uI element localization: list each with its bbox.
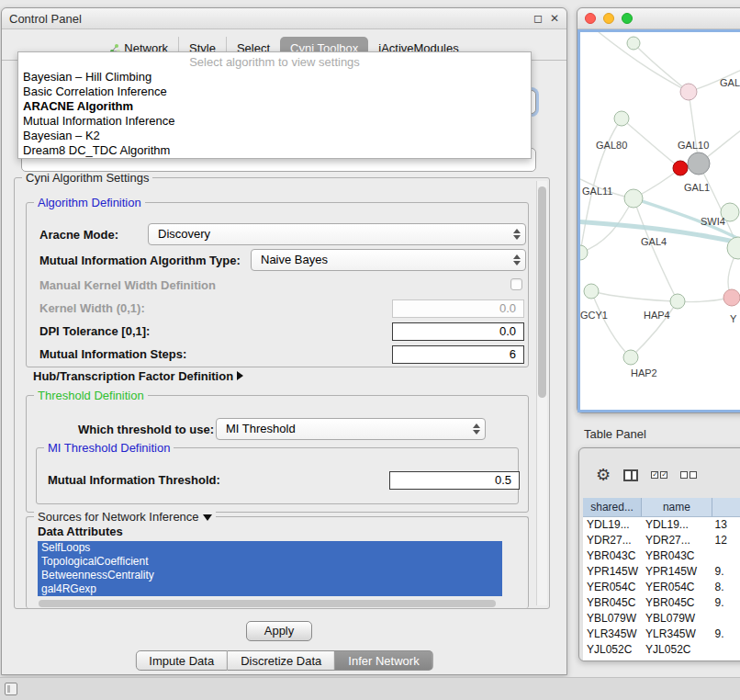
manual-kernel-width-checkbox[interactable] xyxy=(510,278,522,290)
algorithm-option[interactable]: Bayesian – Hill Climbing xyxy=(18,70,531,85)
tab-discretize-data[interactable]: Discretize Data xyxy=(228,650,335,671)
mi-threshold-field[interactable]: 0.5 xyxy=(389,471,520,490)
hub-definition-expander[interactable]: Hub/Transcription Factor Definition xyxy=(33,369,243,386)
table-row[interactable]: YDL19...YDL19...13 xyxy=(583,517,740,533)
combo-arrows-icon xyxy=(513,229,521,240)
network-node[interactable] xyxy=(584,284,599,299)
network-node[interactable] xyxy=(670,294,685,309)
dpi-tolerance-value: 0.0 xyxy=(499,324,516,338)
column-visibility-icon[interactable] xyxy=(623,469,638,481)
network-node[interactable] xyxy=(680,84,697,100)
table-row[interactable]: YBR043CYBR043C xyxy=(583,548,740,564)
combo-arrows-icon xyxy=(473,423,480,435)
algorithm-option[interactable]: Dream8 DC_TDC Algorithm xyxy=(18,143,531,158)
network-node[interactable] xyxy=(614,111,629,126)
which-threshold-value: MI Threshold xyxy=(226,422,296,435)
node-label-hap4: HAP4 xyxy=(644,310,670,321)
settings-scrollbar-thumb[interactable] xyxy=(538,186,546,398)
cell xyxy=(712,548,740,564)
network-node[interactable] xyxy=(580,245,588,260)
network-node[interactable] xyxy=(627,37,640,50)
cell: YDR27... xyxy=(583,533,642,548)
algorithm-option[interactable]: Mutual Information Inference xyxy=(18,114,531,129)
node-label-gal4: GAL4 xyxy=(641,236,667,247)
sources-group-title[interactable]: Sources for Network Inference xyxy=(34,510,216,524)
dpi-tolerance-field[interactable]: 0.0 xyxy=(392,322,524,341)
algorithm-popup-prompt: Select algorithm to view settings xyxy=(18,54,531,70)
cell: YJL052C xyxy=(583,642,642,658)
float-window-icon[interactable]: ◻ xyxy=(533,12,543,25)
apply-button[interactable]: Apply xyxy=(246,621,312,641)
zoom-traffic-icon[interactable] xyxy=(622,13,633,24)
tab-impute-data[interactable]: Impute Data xyxy=(135,650,228,671)
column-header-shared-name[interactable]: shared... xyxy=(583,498,642,516)
table-row[interactable]: YBR045CYBR045C9. xyxy=(583,595,740,611)
sources-title-text: Sources for Network Inference xyxy=(38,510,199,524)
algorithm-option-selected[interactable]: ARACNE Algorithm xyxy=(18,99,531,114)
table-header-row: shared... name xyxy=(583,498,740,517)
column-header-name[interactable]: name xyxy=(642,498,712,516)
aracne-mode-value: Discovery xyxy=(158,227,210,241)
window-traffic-lights xyxy=(585,13,633,24)
minimize-traffic-icon[interactable] xyxy=(603,13,614,24)
table-row[interactable]: YJL052CYJL052C xyxy=(583,642,740,658)
table-panel-label: Table Panel xyxy=(584,427,646,441)
cell: YBR045C xyxy=(583,595,642,611)
algorithm-dropdown-popup: Select algorithm to view settings Bayesi… xyxy=(17,51,532,159)
settings-scrollbar[interactable] xyxy=(536,181,547,605)
table-row[interactable]: YPR145WYPR145W9. xyxy=(583,564,740,580)
table-settings-gear-icon[interactable]: ⚙ xyxy=(596,467,611,483)
attribute-item-selected[interactable]: TopologicalCoefficient xyxy=(38,555,502,569)
mi-steps-value: 6 xyxy=(510,347,516,361)
algorithm-option[interactable]: Basic Correlation Inference xyxy=(18,85,531,99)
kernel-width-label: Kernel Width (0,1): xyxy=(39,301,145,315)
cell: 9. xyxy=(712,627,740,642)
attributes-hscrollbar[interactable] xyxy=(38,600,515,607)
cell: 9. xyxy=(712,595,740,611)
cell: YBR043C xyxy=(583,548,642,564)
cell: YPR145W xyxy=(642,564,712,580)
network-node-hub[interactable] xyxy=(688,152,710,175)
mi-steps-label: Mutual Information Steps: xyxy=(39,347,186,361)
select-all-icon[interactable] xyxy=(651,471,667,479)
cell: YBR045C xyxy=(642,595,712,611)
table-row[interactable]: YLR345WYLR345W9. xyxy=(583,627,740,642)
threshold-definition-group: Threshold Definition Which threshold to … xyxy=(26,395,529,513)
algorithm-option[interactable]: Bayesian – K2 xyxy=(18,129,531,143)
close-traffic-icon[interactable] xyxy=(585,13,596,24)
bottom-status-strip xyxy=(0,677,740,700)
network-highlight-edges xyxy=(580,198,740,256)
tab-infer-network[interactable]: Infer Network xyxy=(335,650,432,671)
attribute-item-selected[interactable]: SelfLoops xyxy=(38,541,502,555)
cell: YLR345W xyxy=(583,627,642,642)
network-canvas[interactable]: GAL80 GAL10 GAL1 GAL11 SWI4 GAL4 GCY1 HA… xyxy=(577,29,740,412)
combo-arrows-icon xyxy=(513,254,521,265)
cell: YPR145W xyxy=(583,564,642,580)
table-row[interactable]: YDR27...YDR27...12 xyxy=(583,533,740,548)
which-threshold-select[interactable]: MI Threshold xyxy=(216,418,486,440)
network-node[interactable] xyxy=(624,189,643,208)
mi-steps-field[interactable]: 6 xyxy=(392,345,524,364)
deselect-all-icon[interactable] xyxy=(680,471,697,479)
hub-definition-label: Hub/Transcription Factor Definition xyxy=(33,369,233,383)
table-row[interactable]: YBL079WYBL079W xyxy=(583,611,740,627)
cell: YDL19... xyxy=(642,517,712,533)
mi-algorithm-type-select[interactable]: Naive Bayes xyxy=(251,249,526,271)
network-graph: GAL80 GAL10 GAL1 GAL11 SWI4 GAL4 GCY1 HA… xyxy=(580,32,740,409)
data-attributes-list: SelfLoops TopologicalCoefficient Between… xyxy=(38,541,502,596)
table-row[interactable]: YER054CYER054C8. xyxy=(583,580,740,595)
kernel-width-field[interactable]: 0.0 xyxy=(392,299,524,318)
node-label-gal10: GAL10 xyxy=(678,140,709,151)
close-window-icon[interactable]: ✕ xyxy=(550,12,559,25)
network-node[interactable] xyxy=(623,350,638,365)
attribute-item-selected[interactable]: gal4RGexp xyxy=(38,582,502,596)
network-node[interactable] xyxy=(723,289,740,306)
restore-panel-icon[interactable] xyxy=(5,683,17,695)
network-node-highlighted[interactable] xyxy=(673,161,688,175)
attribute-item-selected[interactable]: BetweennessCentrality xyxy=(38,569,502,582)
bottom-tabbar: Impute Data Discretize Data Infer Networ… xyxy=(135,650,432,671)
cell: YBR043C xyxy=(642,548,712,564)
column-header-clipped[interactable] xyxy=(712,498,740,516)
attributes-hscrollbar-thumb[interactable] xyxy=(39,600,496,607)
aracne-mode-select[interactable]: Discovery xyxy=(148,223,526,245)
